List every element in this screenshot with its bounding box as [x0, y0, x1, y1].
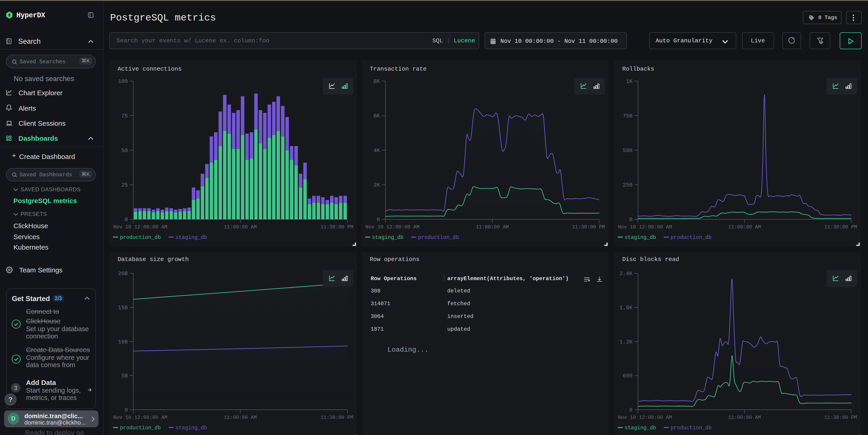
svg-text:production_db: production_db — [418, 234, 459, 240]
svg-text:11:30:00 PM: 11:30:00 PM — [824, 414, 857, 420]
svg-text:production_db: production_db — [671, 425, 711, 431]
svg-text:2.4K: 2.4K — [619, 270, 632, 276]
svg-text:production_db: production_db — [120, 234, 161, 240]
svg-text:11:30:00 PM: 11:30:00 PM — [320, 224, 353, 230]
svg-text:production_db: production_db — [120, 425, 161, 431]
svg-text:1K: 1K — [626, 78, 632, 84]
svg-text:4K: 4K — [373, 147, 380, 154]
svg-text:11:00:00 AM: 11:00:00 AM — [728, 224, 761, 230]
svg-text:50: 50 — [121, 147, 128, 154]
svg-text:staging_db: staging_db — [176, 425, 207, 431]
svg-text:75: 75 — [121, 113, 128, 119]
svg-text:25: 25 — [121, 182, 128, 188]
svg-text:0: 0 — [629, 407, 632, 413]
svg-text:Nov 10 12:00:00 AM: Nov 10 12:00:00 AM — [113, 414, 167, 420]
svg-text:11:00:00 AM: 11:00:00 AM — [224, 224, 257, 230]
svg-text:500: 500 — [623, 147, 632, 154]
svg-text:11:30:00 PM: 11:30:00 PM — [320, 414, 353, 420]
svg-text:Nov 10 12:00:00 AM: Nov 10 12:00:00 AM — [618, 224, 672, 230]
svg-text:Nov 10 12:00:00 AM: Nov 10 12:00:00 AM — [365, 224, 420, 230]
svg-text:20B: 20B — [118, 270, 128, 276]
svg-text:10B: 10B — [118, 339, 128, 345]
svg-text:5B: 5B — [121, 373, 128, 379]
svg-text:0: 0 — [125, 216, 128, 223]
svg-text:250: 250 — [623, 182, 632, 188]
svg-text:8K: 8K — [373, 78, 380, 84]
svg-text:Nov 10 12:00:00 AM: Nov 10 12:00:00 AM — [113, 224, 167, 230]
svg-text:0: 0 — [377, 216, 380, 223]
svg-text:11:00:00 AM: 11:00:00 AM — [224, 414, 257, 420]
svg-text:Nov 10 12:00:00 AM: Nov 10 12:00:00 AM — [618, 414, 672, 420]
svg-text:15B: 15B — [118, 304, 128, 311]
svg-text:11:00:00 AM: 11:00:00 AM — [728, 414, 761, 420]
svg-text:staging_db: staging_db — [372, 234, 403, 240]
svg-text:100: 100 — [118, 78, 128, 84]
svg-text:0: 0 — [629, 216, 632, 223]
svg-text:11:30:00 PM: 11:30:00 PM — [824, 224, 857, 230]
svg-text:750: 750 — [623, 113, 632, 119]
svg-text:staging_db: staging_db — [625, 234, 656, 240]
svg-text:600: 600 — [623, 373, 632, 379]
svg-text:staging_db: staging_db — [625, 425, 656, 431]
svg-text:11:00:00 AM: 11:00:00 AM — [476, 224, 509, 230]
svg-text:1.2K: 1.2K — [619, 339, 632, 345]
svg-text:2K: 2K — [373, 182, 380, 188]
svg-text:staging_db: staging_db — [176, 234, 207, 240]
svg-text:1.8K: 1.8K — [619, 304, 632, 311]
svg-text:11:30:00 PM: 11:30:00 PM — [572, 224, 605, 230]
svg-text:6K: 6K — [373, 113, 380, 119]
svg-text:production_db: production_db — [671, 234, 711, 240]
svg-text:0: 0 — [125, 407, 128, 413]
